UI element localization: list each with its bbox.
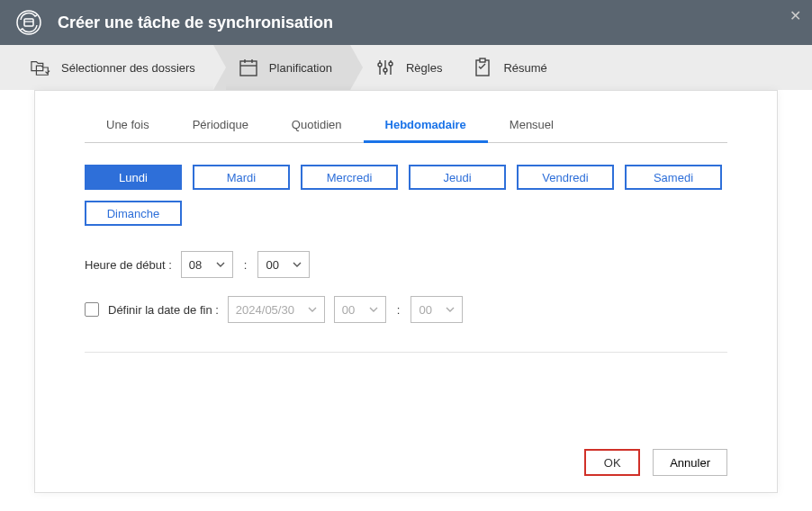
time-separator: : [395,303,402,317]
end-date-label: Définir la date de fin : [108,303,219,317]
tab-monthly[interactable]: Mensuel [488,109,575,143]
wizard-steps: Sélectionner des dossiers Planification … [0,45,812,90]
chevron-down-icon [308,307,317,312]
end-hour-value: 00 [342,303,355,317]
day-thursday[interactable]: Jeudi [409,165,506,190]
sync-app-icon [14,8,43,37]
svg-point-10 [378,63,382,67]
svg-point-11 [383,68,387,72]
tab-weekly[interactable]: Hebdomadaire [364,109,488,143]
clipboard-icon [473,58,492,77]
weekday-selector: Lundi Mardi Mercredi Jeudi Vendredi Same… [85,165,727,226]
close-icon[interactable]: ✕ [789,7,801,24]
day-tuesday[interactable]: Mardi [193,165,290,190]
calendar-icon [239,58,258,77]
wizard-step-rules[interactable]: Règles [363,45,460,90]
tab-daily[interactable]: Quotidien [270,109,364,143]
svg-point-0 [17,11,41,34]
start-time-row: Heure de début : 08 : 00 [85,251,727,278]
start-hour-select[interactable]: 08 [181,251,233,278]
end-date-checkbox[interactable] [85,302,99,317]
divider [85,352,727,353]
end-date-select[interactable]: 2024/05/30 [228,296,325,323]
wizard-step-folders[interactable]: Sélectionner des dossiers [18,45,213,90]
end-minute-select[interactable]: 00 [411,296,463,323]
end-date-value: 2024/05/30 [236,303,294,317]
chevron-down-icon [293,262,302,267]
start-time-label: Heure de début : [85,258,172,272]
end-minute-value: 00 [419,303,431,317]
day-saturday[interactable]: Samedi [625,165,722,190]
end-hour-select[interactable]: 00 [334,296,386,323]
ok-button[interactable]: OK [584,449,640,476]
chevron-down-icon [446,307,455,312]
wizard-step-label: Règles [406,61,442,75]
start-minute-value: 00 [266,258,278,272]
wizard-step-summary[interactable]: Résumé [460,45,564,90]
chevron-down-icon [216,262,225,267]
tab-once[interactable]: Une fois [85,109,171,143]
end-date-row: Définir la date de fin : 2024/05/30 00 :… [85,296,727,323]
svg-point-12 [389,62,392,66]
start-hour-value: 08 [189,258,202,272]
cancel-button[interactable]: Annuler [653,449,727,476]
svg-rect-14 [480,58,485,62]
svg-rect-3 [240,61,257,76]
folders-icon [31,58,50,77]
wizard-step-schedule[interactable]: Planification [213,45,350,90]
wizard-step-label: Résumé [503,61,546,75]
start-minute-select[interactable]: 00 [257,251,310,278]
schedule-tabs: Une fois Périodique Quotidien Hebdomadai… [85,109,727,143]
schedule-dialog: Une fois Périodique Quotidien Hebdomadai… [34,90,778,493]
time-separator: : [242,258,249,272]
day-wednesday[interactable]: Mercredi [301,165,398,190]
window-header: Créer une tâche de synchronisation ✕ [0,0,812,45]
window-title: Créer une tâche de synchronisation [58,13,333,32]
sliders-icon [375,58,395,77]
day-monday[interactable]: Lundi [85,165,182,190]
wizard-step-label: Planification [269,61,332,75]
dialog-footer: OK Annuler [584,449,727,476]
day-sunday[interactable]: Dimanche [85,201,182,226]
chevron-down-icon [369,307,378,312]
tab-periodic[interactable]: Périodique [171,109,270,143]
svg-rect-1 [24,19,33,26]
wizard-step-label: Sélectionner des dossiers [61,61,195,75]
day-friday[interactable]: Vendredi [517,165,614,190]
